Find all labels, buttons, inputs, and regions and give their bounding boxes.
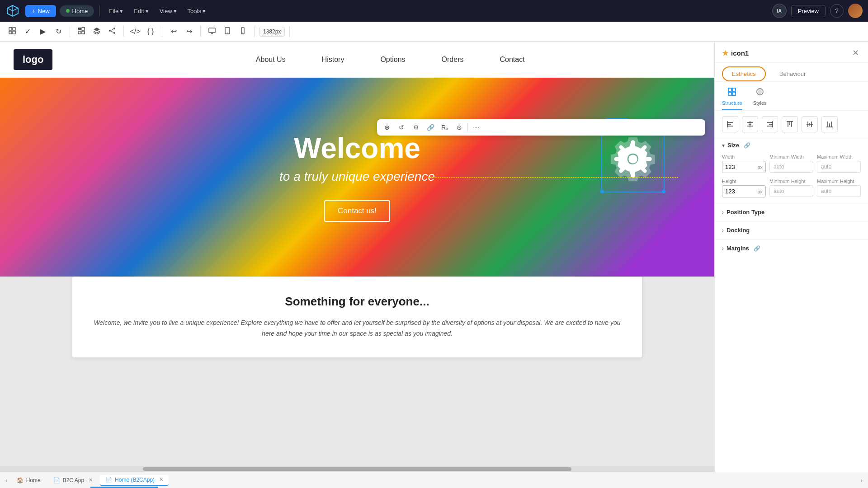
align-bottom-button[interactable] (821, 116, 838, 132)
hero-cta-button[interactable]: Contact us! (324, 200, 390, 222)
min-height-value: auto (770, 186, 788, 197)
panel-close-button[interactable]: ✕ (850, 48, 861, 58)
canvas-area[interactable]: logo About Us History Options Orders Con… (0, 42, 714, 472)
width-field: Width px (722, 154, 766, 173)
edit-menu-label: Edit (134, 8, 144, 14)
max-height-input-wrap[interactable]: auto (817, 185, 861, 197)
mobile-icon (239, 27, 246, 36)
width-label: Width (722, 154, 766, 160)
align-center-button[interactable] (742, 116, 758, 132)
docking-label: Docking (726, 227, 750, 234)
desktop-view-button[interactable] (205, 25, 219, 38)
tablet-view-button[interactable] (221, 25, 234, 38)
undo-button[interactable]: ↩ (167, 25, 180, 38)
move-icon: ⊕ (384, 124, 390, 131)
text-tool-button[interactable]: Rₓ (439, 121, 451, 134)
move-tool-button[interactable]: ⊕ (381, 121, 393, 134)
new-button[interactable]: + New (25, 5, 56, 17)
play-button[interactable]: ▶ (36, 25, 50, 38)
size-section-header[interactable]: ▾ Size 🔗 (715, 138, 868, 152)
scroll-left-button[interactable]: ‹ (4, 477, 9, 484)
gear-icon-container[interactable]: ‹ icon1 (606, 132, 660, 188)
right-panel: ★ icon1 ✕ Esthetics Behaviour Structure (714, 42, 868, 472)
nodes-button[interactable] (105, 25, 119, 38)
align-right-button[interactable] (762, 116, 778, 132)
position-type-label: Position Type (726, 209, 764, 216)
svg-rect-3 (13, 31, 15, 34)
align-middle-button[interactable] (802, 116, 818, 132)
more-tool-button[interactable]: ⋯ (470, 121, 482, 134)
width-unit: px (757, 164, 765, 170)
nav-about[interactable]: About Us (256, 56, 286, 64)
height-input-wrap[interactable]: px (722, 185, 766, 197)
view-menu[interactable]: View ▾ (156, 6, 180, 16)
min-height-input-wrap[interactable]: auto (769, 185, 813, 197)
settings-tool-button[interactable]: ⚙ (410, 121, 422, 134)
b2c-app-tab-label: B2C App (63, 477, 84, 483)
panel-title: ★ icon1 (722, 49, 749, 57)
layers-button[interactable] (90, 25, 104, 38)
main-layout: logo About Us History Options Orders Con… (0, 42, 868, 472)
tools-menu[interactable]: Tools ▾ (184, 6, 209, 16)
check-button[interactable]: ✓ (21, 25, 34, 38)
components-button[interactable] (75, 25, 88, 38)
home-b2capp-tab[interactable]: 📄 Home (B2CApp) ✕ (100, 475, 169, 486)
redo-button[interactable]: ↪ (182, 25, 196, 38)
b2c-app-tab[interactable]: 📄 B2C App ✕ (48, 475, 98, 485)
file-menu[interactable]: File ▾ (105, 6, 127, 16)
canvas-hscroll[interactable] (0, 466, 714, 472)
preview-button[interactable]: Preview (791, 5, 826, 17)
site-logo: logo (14, 49, 52, 70)
link-tool-button[interactable]: 🔗 (424, 121, 437, 134)
margins-header[interactable]: › Margins 🔗 (715, 239, 868, 257)
styles-subtab[interactable]: Styles (753, 87, 767, 110)
align-left-button[interactable] (722, 116, 738, 132)
scroll-right-button[interactable]: › (859, 477, 864, 484)
rotate-tool-button[interactable]: ↺ (395, 121, 408, 134)
height-row: Height px Minimum Height auto Maximum He… (715, 177, 868, 203)
width-input-wrap[interactable]: px (722, 161, 766, 173)
size-chevron-icon: ▾ (722, 142, 725, 149)
b2c-tab-close-button[interactable]: ✕ (89, 477, 93, 483)
selection-handle-br[interactable] (662, 190, 665, 193)
docking-header[interactable]: › Docking (715, 221, 868, 239)
svg-rect-5 (82, 28, 85, 30)
align-top-button[interactable] (782, 116, 798, 132)
structure-label: Structure (722, 100, 742, 106)
favorite-star-icon[interactable]: ★ (722, 49, 728, 57)
refresh-button[interactable]: ↻ (52, 25, 65, 38)
toolbar2-sep1 (70, 26, 70, 37)
braces-button[interactable]: { } (144, 25, 157, 38)
canvas-hscroll-thumb[interactable] (143, 467, 571, 471)
margins-chevron-icon: › (722, 245, 724, 252)
nav-options[interactable]: Options (380, 56, 405, 64)
home-b2capp-close-button[interactable]: ✕ (159, 477, 163, 483)
grid-view-button[interactable] (5, 25, 19, 38)
nav-orders[interactable]: Orders (442, 56, 464, 64)
user-avatar[interactable] (848, 4, 863, 18)
max-width-input-wrap[interactable]: auto (817, 161, 861, 173)
nodes-tool-button[interactable]: ⊛ (453, 121, 466, 134)
height-input[interactable] (722, 186, 757, 197)
structure-subtab[interactable]: Structure (722, 87, 742, 110)
nav-contact[interactable]: Contact (500, 56, 524, 64)
content-section: Something for everyone... Welcome, we in… (72, 277, 642, 357)
code-button[interactable]: </> (128, 25, 142, 38)
behaviour-tab[interactable]: Behaviour (769, 66, 816, 81)
home-b2capp-icon: 📄 (105, 477, 112, 483)
nav-history[interactable]: History (322, 56, 344, 64)
width-input[interactable] (722, 161, 757, 173)
selection-handle-bl[interactable] (600, 190, 604, 193)
min-width-input-wrap[interactable]: auto (769, 161, 813, 173)
esthetics-tab[interactable]: Esthetics (722, 66, 766, 81)
max-width-field: Maximum Width auto (817, 154, 861, 173)
help-button[interactable]: ? (830, 4, 844, 18)
current-page-tab[interactable]: Home (60, 5, 94, 17)
ia-button[interactable]: IA (772, 4, 787, 18)
mobile-view-button[interactable] (236, 25, 250, 38)
edit-menu[interactable]: Edit ▾ (130, 6, 152, 16)
home-tab[interactable]: 🏠 Home (11, 475, 46, 485)
toolbar2-sep6 (289, 26, 290, 37)
svg-point-17 (227, 33, 228, 33)
position-type-header[interactable]: › Position Type (715, 203, 868, 221)
